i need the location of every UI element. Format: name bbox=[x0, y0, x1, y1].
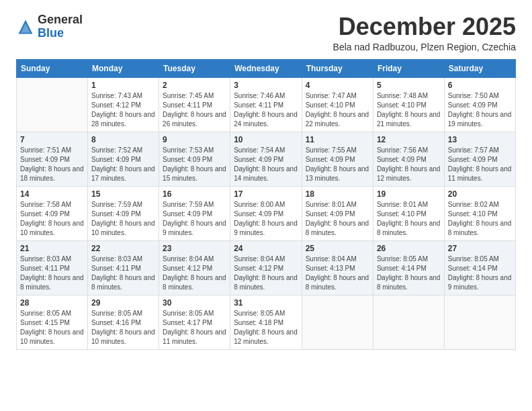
day-info: Sunrise: 7:53 AMSunset: 4:09 PMDaylight:… bbox=[163, 146, 226, 183]
calendar-cell: 27Sunrise: 8:05 AMSunset: 4:14 PMDayligh… bbox=[444, 240, 515, 295]
day-info: Sunrise: 7:58 AMSunset: 4:09 PMDaylight:… bbox=[20, 200, 84, 238]
title-block: December 2025 Bela nad Radbuzou, Plzen R… bbox=[333, 13, 516, 52]
day-info: Sunrise: 7:48 AMSunset: 4:10 PMDaylight:… bbox=[377, 91, 441, 129]
day-number: 1 bbox=[91, 81, 155, 90]
day-info: Sunrise: 7:55 AMSunset: 4:09 PMDaylight:… bbox=[306, 146, 369, 183]
day-number: 20 bbox=[448, 189, 512, 199]
calendar-cell: 1Sunrise: 7:43 AMSunset: 4:12 PMDaylight… bbox=[88, 77, 159, 132]
calendar-cell: 10Sunrise: 7:54 AMSunset: 4:09 PMDayligh… bbox=[230, 132, 302, 186]
day-info: Sunrise: 7:50 AMSunset: 4:09 PMDaylight:… bbox=[448, 91, 512, 129]
day-number: 10 bbox=[234, 135, 298, 144]
calendar-week-row: 7Sunrise: 7:51 AMSunset: 4:09 PMDaylight… bbox=[17, 132, 516, 186]
day-number: 29 bbox=[91, 298, 155, 308]
day-info: Sunrise: 7:51 AMSunset: 4:09 PMDaylight:… bbox=[20, 146, 84, 183]
day-number: 31 bbox=[234, 298, 298, 308]
day-info: Sunrise: 7:57 AMSunset: 4:09 PMDaylight:… bbox=[448, 146, 512, 183]
day-info: Sunrise: 8:01 AMSunset: 4:10 PMDaylight:… bbox=[377, 200, 441, 238]
calendar-week-row: 21Sunrise: 8:03 AMSunset: 4:11 PMDayligh… bbox=[17, 240, 516, 295]
calendar-cell: 26Sunrise: 8:05 AMSunset: 4:14 PMDayligh… bbox=[373, 240, 444, 295]
calendar-cell: 20Sunrise: 8:02 AMSunset: 4:10 PMDayligh… bbox=[444, 186, 515, 240]
day-number: 13 bbox=[448, 135, 512, 144]
day-number: 3 bbox=[234, 81, 298, 90]
calendar-cell: 17Sunrise: 8:00 AMSunset: 4:09 PMDayligh… bbox=[230, 186, 302, 240]
calendar-cell: 14Sunrise: 7:58 AMSunset: 4:09 PMDayligh… bbox=[17, 186, 88, 240]
calendar-cell: 22Sunrise: 8:03 AMSunset: 4:11 PMDayligh… bbox=[88, 240, 159, 295]
day-info: Sunrise: 8:00 AMSunset: 4:09 PMDaylight:… bbox=[234, 200, 298, 238]
calendar-cell: 24Sunrise: 8:04 AMSunset: 4:12 PMDayligh… bbox=[230, 240, 302, 295]
day-info: Sunrise: 7:47 AMSunset: 4:10 PMDaylight:… bbox=[306, 91, 369, 129]
calendar-cell: 21Sunrise: 8:03 AMSunset: 4:11 PMDayligh… bbox=[17, 240, 88, 295]
calendar-cell: 28Sunrise: 8:05 AMSunset: 4:15 PMDayligh… bbox=[17, 295, 88, 349]
calendar-week-row: 1Sunrise: 7:43 AMSunset: 4:12 PMDaylight… bbox=[17, 77, 516, 132]
day-number: 6 bbox=[448, 81, 512, 90]
calendar-cell: 5Sunrise: 7:48 AMSunset: 4:10 PMDaylight… bbox=[373, 77, 444, 132]
weekday-header-saturday: Saturday bbox=[444, 59, 515, 77]
calendar-cell bbox=[17, 77, 88, 132]
calendar-cell: 15Sunrise: 7:59 AMSunset: 4:09 PMDayligh… bbox=[88, 186, 159, 240]
day-info: Sunrise: 8:03 AMSunset: 4:11 PMDaylight:… bbox=[91, 255, 155, 292]
day-number: 18 bbox=[306, 189, 369, 199]
day-info: Sunrise: 8:05 AMSunset: 4:18 PMDaylight:… bbox=[234, 309, 298, 347]
calendar-cell: 29Sunrise: 8:05 AMSunset: 4:16 PMDayligh… bbox=[88, 295, 159, 349]
calendar-cell: 30Sunrise: 8:05 AMSunset: 4:17 PMDayligh… bbox=[159, 295, 230, 349]
day-number: 30 bbox=[163, 298, 226, 308]
weekday-header-tuesday: Tuesday bbox=[159, 59, 230, 77]
calendar-cell bbox=[302, 295, 373, 349]
day-info: Sunrise: 7:45 AMSunset: 4:11 PMDaylight:… bbox=[163, 91, 226, 129]
day-info: Sunrise: 8:01 AMSunset: 4:09 PMDaylight:… bbox=[306, 200, 369, 238]
logo-icon bbox=[16, 17, 35, 36]
day-number: 9 bbox=[163, 135, 226, 144]
location-subtitle: Bela nad Radbuzou, Plzen Region, Czechia bbox=[333, 42, 516, 52]
calendar-cell: 25Sunrise: 8:04 AMSunset: 4:13 PMDayligh… bbox=[302, 240, 373, 295]
calendar-cell: 7Sunrise: 7:51 AMSunset: 4:09 PMDaylight… bbox=[17, 132, 88, 186]
day-number: 25 bbox=[306, 244, 369, 253]
day-info: Sunrise: 7:59 AMSunset: 4:09 PMDaylight:… bbox=[91, 200, 155, 238]
calendar-cell: 12Sunrise: 7:56 AMSunset: 4:09 PMDayligh… bbox=[373, 132, 444, 186]
logo: General Blue bbox=[16, 13, 83, 40]
calendar-week-row: 28Sunrise: 8:05 AMSunset: 4:15 PMDayligh… bbox=[17, 295, 516, 349]
calendar-table: SundayMondayTuesdayWednesdayThursdayFrid… bbox=[16, 59, 516, 350]
day-info: Sunrise: 7:46 AMSunset: 4:11 PMDaylight:… bbox=[234, 91, 298, 129]
day-number: 12 bbox=[377, 135, 441, 144]
calendar-cell: 2Sunrise: 7:45 AMSunset: 4:11 PMDaylight… bbox=[159, 77, 230, 132]
calendar-cell: 6Sunrise: 7:50 AMSunset: 4:09 PMDaylight… bbox=[444, 77, 515, 132]
day-info: Sunrise: 8:05 AMSunset: 4:14 PMDaylight:… bbox=[377, 255, 441, 292]
day-info: Sunrise: 7:59 AMSunset: 4:09 PMDaylight:… bbox=[163, 200, 226, 238]
calendar-cell: 31Sunrise: 8:05 AMSunset: 4:18 PMDayligh… bbox=[230, 295, 302, 349]
day-number: 21 bbox=[20, 244, 84, 253]
month-title: December 2025 bbox=[333, 13, 516, 40]
day-info: Sunrise: 8:03 AMSunset: 4:11 PMDaylight:… bbox=[20, 255, 84, 292]
day-number: 24 bbox=[234, 244, 298, 253]
day-number: 15 bbox=[91, 189, 155, 199]
day-info: Sunrise: 8:04 AMSunset: 4:12 PMDaylight:… bbox=[234, 255, 298, 292]
page-header: General Blue December 2025 Bela nad Radb… bbox=[16, 13, 516, 52]
day-info: Sunrise: 8:02 AMSunset: 4:10 PMDaylight:… bbox=[448, 200, 512, 238]
day-number: 2 bbox=[163, 81, 226, 90]
day-number: 14 bbox=[20, 189, 84, 199]
day-info: Sunrise: 7:43 AMSunset: 4:12 PMDaylight:… bbox=[91, 91, 155, 129]
day-number: 11 bbox=[306, 135, 369, 144]
day-number: 16 bbox=[163, 189, 226, 199]
day-number: 7 bbox=[20, 135, 84, 144]
calendar-cell: 9Sunrise: 7:53 AMSunset: 4:09 PMDaylight… bbox=[159, 132, 230, 186]
day-info: Sunrise: 8:05 AMSunset: 4:17 PMDaylight:… bbox=[163, 309, 226, 347]
day-number: 27 bbox=[448, 244, 512, 253]
day-info: Sunrise: 8:05 AMSunset: 4:16 PMDaylight:… bbox=[91, 309, 155, 347]
calendar-cell: 4Sunrise: 7:47 AMSunset: 4:10 PMDaylight… bbox=[302, 77, 373, 132]
day-info: Sunrise: 8:05 AMSunset: 4:15 PMDaylight:… bbox=[20, 309, 84, 347]
day-number: 5 bbox=[377, 81, 441, 90]
calendar-cell: 13Sunrise: 7:57 AMSunset: 4:09 PMDayligh… bbox=[444, 132, 515, 186]
day-info: Sunrise: 7:52 AMSunset: 4:09 PMDaylight:… bbox=[91, 146, 155, 183]
day-number: 28 bbox=[20, 298, 84, 308]
day-info: Sunrise: 7:56 AMSunset: 4:09 PMDaylight:… bbox=[377, 146, 441, 183]
day-number: 22 bbox=[91, 244, 155, 253]
day-info: Sunrise: 7:54 AMSunset: 4:09 PMDaylight:… bbox=[234, 146, 298, 183]
calendar-cell: 11Sunrise: 7:55 AMSunset: 4:09 PMDayligh… bbox=[302, 132, 373, 186]
calendar-cell: 3Sunrise: 7:46 AMSunset: 4:11 PMDaylight… bbox=[230, 77, 302, 132]
day-number: 17 bbox=[234, 189, 298, 199]
day-info: Sunrise: 8:04 AMSunset: 4:13 PMDaylight:… bbox=[306, 255, 369, 292]
day-info: Sunrise: 8:05 AMSunset: 4:14 PMDaylight:… bbox=[448, 255, 512, 292]
weekday-header-wednesday: Wednesday bbox=[230, 59, 302, 77]
day-number: 23 bbox=[163, 244, 226, 253]
calendar-week-row: 14Sunrise: 7:58 AMSunset: 4:09 PMDayligh… bbox=[17, 186, 516, 240]
